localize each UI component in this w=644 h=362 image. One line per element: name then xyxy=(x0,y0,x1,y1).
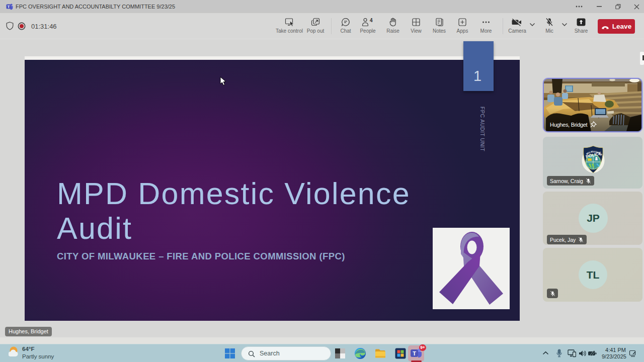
svg-text:T: T xyxy=(413,350,416,356)
svg-text:T: T xyxy=(8,5,10,9)
svg-text:Hughes, Bridget: Hughes, Bridget xyxy=(550,122,588,128)
